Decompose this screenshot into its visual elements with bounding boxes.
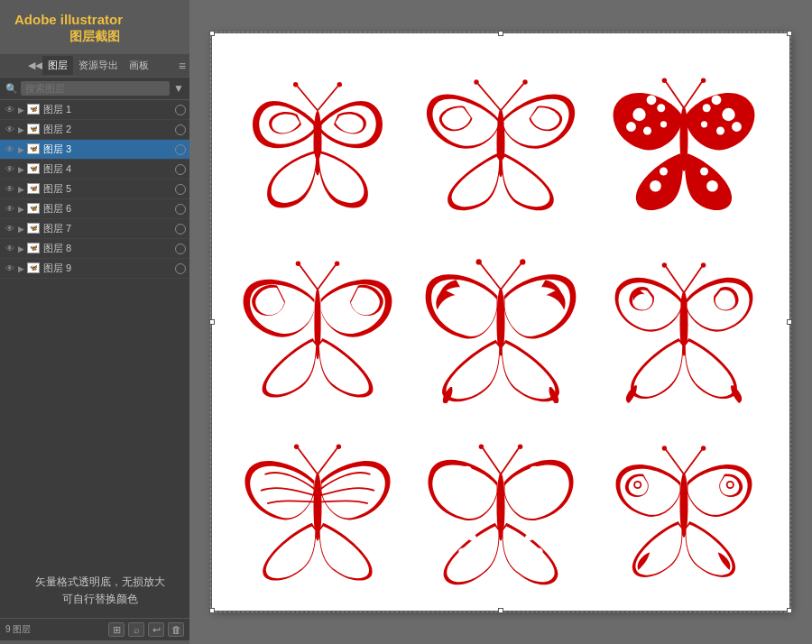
butterfly-svg-3 <box>603 58 765 220</box>
expand-icon[interactable]: ▶ <box>16 106 25 115</box>
layer-item[interactable]: 👁 ▶ 🦋 图层 6 <box>0 199 189 219</box>
find-button[interactable]: ⌕ <box>128 622 144 637</box>
svg-point-28 <box>660 167 668 175</box>
visibility-icon[interactable]: 👁 <box>4 164 16 174</box>
svg-line-2 <box>318 86 338 110</box>
layer-color <box>175 263 186 274</box>
layer-item[interactable]: 👁 ▶ 🦋 图层 4 <box>0 160 189 179</box>
selection-handle-tr[interactable] <box>787 31 792 36</box>
svg-line-74 <box>684 450 702 474</box>
expand-icon[interactable]: ▶ <box>16 125 25 134</box>
layer-item[interactable]: 👁 ▶ 🦋 图层 5 <box>0 179 189 199</box>
butterfly-cell-4 <box>230 235 404 409</box>
svg-point-8 <box>474 79 478 84</box>
svg-point-26 <box>701 121 707 127</box>
svg-point-44 <box>662 262 667 267</box>
layer-item-selected[interactable]: 👁 ▶ 🦋 图层 3 <box>0 140 189 160</box>
sidebar: ◀◀ 图层 资源导出 画板 ≡ 🔍 ▼ 👁 ▶ 🦋 图层 1 👁 ▶ 🦋 <box>0 54 189 640</box>
butterfly-grid <box>212 33 789 611</box>
svg-point-54 <box>479 445 484 449</box>
layer-color <box>175 224 186 235</box>
svg-point-20 <box>660 121 667 127</box>
svg-point-4 <box>337 82 341 87</box>
visibility-icon[interactable]: 👁 <box>4 124 16 134</box>
visibility-icon[interactable]: 👁 <box>4 144 16 154</box>
layer-thumbnail: 🦋 <box>27 203 42 216</box>
selection-handle-mr[interactable] <box>787 319 792 325</box>
svg-point-75 <box>662 446 667 451</box>
svg-point-40 <box>520 259 525 264</box>
butterfly-cell-2 <box>413 51 587 225</box>
page-title: 图层截图 <box>14 29 175 45</box>
layer-name: 图层 1 <box>43 103 175 116</box>
selection-handle-ml[interactable] <box>209 319 215 325</box>
svg-point-14 <box>701 78 706 82</box>
svg-line-32 <box>300 265 318 290</box>
tab-layers[interactable]: 图层 <box>42 56 73 75</box>
expand-icon[interactable]: ▶ <box>16 165 25 174</box>
selection-handle-bc[interactable] <box>498 608 503 613</box>
layer-item[interactable]: 👁 ▶ 🦋 图层 9 <box>0 259 189 279</box>
visibility-icon[interactable]: 👁 <box>4 263 16 273</box>
sidebar-footer: 9 图层 ⊞ ⌕ ↩ 🗑 <box>0 618 189 640</box>
butterfly-cell-1 <box>230 51 404 225</box>
layer-thumbnail: 🦋 <box>27 183 42 196</box>
svg-point-78 <box>635 483 640 487</box>
visibility-icon[interactable]: 👁 <box>4 184 16 194</box>
search-input[interactable] <box>21 81 170 96</box>
tab-export[interactable]: 资源导出 <box>73 56 124 75</box>
visibility-icon[interactable]: 👁 <box>4 204 16 214</box>
svg-line-53 <box>501 448 519 474</box>
expand-icon[interactable]: ▶ <box>16 264 25 273</box>
svg-point-30 <box>700 167 708 175</box>
svg-point-23 <box>703 104 711 112</box>
layer-item[interactable]: 👁 ▶ 🦋 图层 7 <box>0 219 189 239</box>
layer-thumbnail: 🦋 <box>27 124 42 136</box>
svg-line-48 <box>318 448 337 474</box>
visibility-icon[interactable]: 👁 <box>4 224 16 234</box>
selection-handle-br[interactable] <box>787 608 792 613</box>
layer-color <box>175 164 186 175</box>
layer-item[interactable]: 👁 ▶ 🦋 图层 1 <box>0 100 189 120</box>
undo-button[interactable]: ↩ <box>148 622 164 637</box>
delete-layer-button[interactable]: 🗑 <box>168 622 184 637</box>
svg-point-76 <box>701 446 706 451</box>
svg-point-50 <box>336 445 340 449</box>
visibility-icon[interactable]: 👁 <box>4 105 16 115</box>
layer-color <box>175 184 186 195</box>
selection-handle-bl[interactable] <box>209 608 215 613</box>
layer-name: 图层 2 <box>43 123 175 136</box>
expand-icon[interactable]: ▶ <box>16 145 25 154</box>
layer-item[interactable]: 👁 ▶ 🦋 图层 8 <box>0 239 189 259</box>
visibility-icon[interactable]: 👁 <box>4 244 16 253</box>
layer-count: 9 图层 <box>5 623 31 636</box>
app-title: Adobe illustrator <box>14 11 175 29</box>
expand-icon[interactable]: ▶ <box>16 205 25 214</box>
layer-thumbnail: 🦋 <box>27 163 42 176</box>
svg-line-73 <box>667 450 685 474</box>
svg-point-45 <box>701 262 706 267</box>
butterfly-svg-1 <box>236 58 399 220</box>
expand-icon[interactable]: ▶ <box>16 225 25 234</box>
selection-handle-tl[interactable] <box>209 31 215 36</box>
filter-icon[interactable]: ▼ <box>173 82 184 95</box>
svg-line-52 <box>483 448 501 474</box>
sidebar-menu-icon[interactable]: ≡ <box>179 59 186 73</box>
new-layer-button[interactable]: ⊞ <box>108 622 125 637</box>
expand-icon[interactable]: ▶ <box>16 244 25 253</box>
expand-icon[interactable]: ▶ <box>16 185 25 194</box>
tab-artboard[interactable]: 画板 <box>124 56 154 75</box>
butterfly-cell-6 <box>597 235 771 409</box>
layer-name: 图层 7 <box>43 222 175 235</box>
svg-line-1 <box>297 86 318 110</box>
layer-item[interactable]: 👁 ▶ 🦋 图层 2 <box>0 120 189 140</box>
svg-point-25 <box>716 126 724 134</box>
layer-name: 图层 5 <box>43 182 175 196</box>
description-line2: 可自行替换颜色 <box>14 591 186 608</box>
svg-point-61 <box>475 496 481 501</box>
selection-handle-tc[interactable] <box>498 31 503 36</box>
layer-thumbnail: 🦋 <box>27 143 42 156</box>
svg-point-19 <box>643 126 651 134</box>
butterfly-svg-6 <box>603 241 765 403</box>
layer-list: 👁 ▶ 🦋 图层 1 👁 ▶ 🦋 图层 2 👁 ▶ 🦋 图层 3 <box>0 100 189 618</box>
